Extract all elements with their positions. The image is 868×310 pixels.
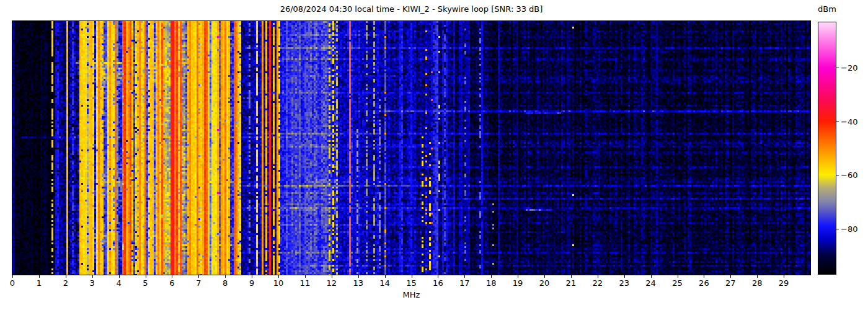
- x-tick: [278, 275, 279, 278]
- x-tick: [412, 275, 412, 278]
- x-tick: [704, 275, 704, 278]
- x-tick-label: 12: [327, 278, 337, 288]
- x-tick-label: 20: [539, 278, 550, 288]
- x-tick: [624, 275, 625, 278]
- colorbar-tick: [836, 68, 839, 68]
- x-tick: [252, 275, 252, 278]
- x-tick-label: 0: [10, 278, 15, 288]
- x-tick-label: 23: [619, 278, 629, 288]
- x-tick: [66, 275, 66, 278]
- x-tick-label: 14: [379, 278, 390, 288]
- x-tick-label: 19: [513, 278, 523, 288]
- colorbar-label: dBm: [817, 4, 838, 17]
- x-tick: [305, 275, 306, 278]
- x-tick: [92, 275, 93, 278]
- colorbar-tick-label: −40: [841, 117, 857, 126]
- x-tick: [146, 275, 146, 278]
- x-tick-label: 28: [752, 278, 763, 288]
- x-tick: [332, 275, 332, 278]
- x-tick: [518, 275, 518, 278]
- colorbar-tick-label: −20: [841, 63, 857, 73]
- x-tick-label: 26: [699, 278, 709, 288]
- colorbar: [818, 22, 836, 275]
- waterfall-plot: [12, 20, 811, 275]
- x-tick: [598, 275, 598, 278]
- x-tick-label: 21: [566, 278, 577, 288]
- x-tick: [651, 275, 652, 278]
- colorbar-tick-label: −80: [841, 224, 857, 233]
- x-tick-label: 29: [779, 278, 789, 288]
- x-tick: [438, 275, 438, 278]
- x-tick: [730, 275, 731, 278]
- x-tick-label: 25: [672, 278, 683, 288]
- x-tick-label: 27: [725, 278, 736, 288]
- x-axis-label: MHz: [12, 290, 810, 299]
- x-tick-label: 3: [90, 278, 95, 288]
- x-tick-label: 15: [406, 278, 417, 288]
- x-tick-label: 5: [143, 278, 148, 288]
- x-tick-label: 8: [223, 278, 228, 288]
- colorbar-tick: [836, 229, 839, 229]
- x-tick: [39, 275, 40, 278]
- x-tick: [464, 275, 465, 278]
- x-tick-label: 24: [645, 278, 656, 288]
- x-tick-label: 22: [593, 278, 603, 288]
- x-tick: [12, 275, 13, 278]
- x-tick: [784, 275, 784, 278]
- x-tick: [491, 275, 492, 278]
- x-tick: [757, 275, 758, 278]
- x-tick: [358, 275, 359, 278]
- spectrogram-figure: 26/08/2024 04:30 local time - KIWI_2 - S…: [0, 0, 868, 310]
- x-tick-label: 11: [300, 278, 311, 288]
- x-tick: [172, 275, 172, 278]
- x-tick-label: 13: [353, 278, 363, 288]
- x-tick: [678, 275, 678, 278]
- x-tick: [544, 275, 545, 278]
- x-tick-label: 10: [273, 278, 284, 288]
- x-tick: [225, 275, 226, 278]
- x-tick-label: 17: [459, 278, 470, 288]
- x-tick-label: 16: [433, 278, 443, 288]
- x-tick-label: 18: [486, 278, 497, 288]
- colorbar-tick: [836, 175, 839, 175]
- x-tick-label: 1: [37, 278, 42, 288]
- x-tick-label: 9: [249, 278, 254, 288]
- x-tick-label: 4: [116, 278, 121, 288]
- x-tick: [571, 275, 572, 278]
- colorbar-tick: [836, 122, 839, 122]
- x-tick: [198, 275, 199, 278]
- x-tick-label: 2: [63, 278, 68, 288]
- x-tick: [119, 275, 120, 278]
- chart-title: 26/08/2024 04:30 local time - KIWI_2 - S…: [12, 4, 810, 17]
- x-tick-label: 6: [169, 278, 174, 288]
- x-tick-label: 7: [196, 278, 201, 288]
- x-tick: [385, 275, 386, 278]
- colorbar-tick-label: −60: [841, 170, 857, 180]
